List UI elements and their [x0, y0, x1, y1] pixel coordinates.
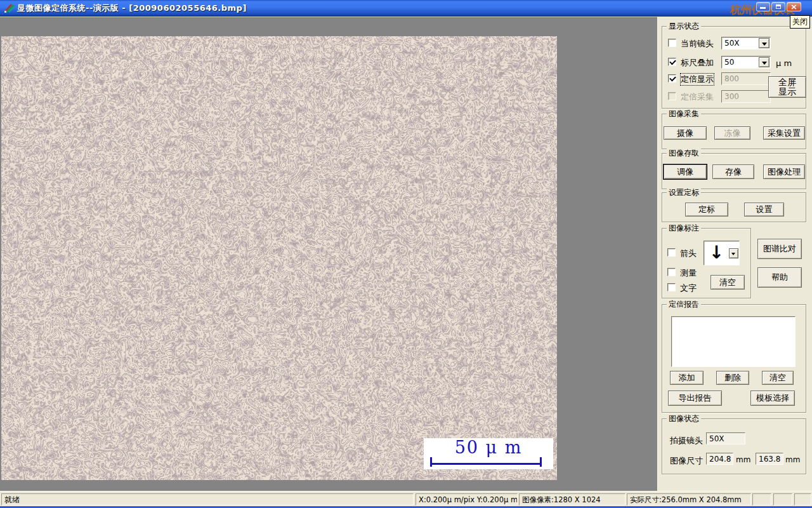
label-micron-unit: μ m [776, 58, 792, 68]
close-tooltip: 关闭 [790, 15, 810, 29]
group-report-title: 定倍报告 [667, 300, 701, 309]
group-capture-title: 图像采集 [667, 109, 701, 118]
client-area: 50 μ m [0, 17, 657, 491]
fullscreen-button-line1: 全屏 [778, 77, 796, 87]
combo-ruler-size-value: 50 [724, 58, 734, 67]
minimize-button[interactable] [756, 2, 770, 11]
field-shooting-lens: 50X [706, 432, 745, 444]
input-fixed-capture: 300 [721, 90, 771, 103]
checkbox-ruler-overlay[interactable] [668, 58, 676, 66]
scale-bar: 50 μ m [424, 438, 553, 469]
save-image-button[interactable]: 存像 [712, 164, 754, 179]
label-current-lens: 当前镜头 [681, 38, 714, 50]
group-calibration-title: 设置定标 [667, 188, 701, 197]
clear-annotation-button[interactable]: 清空 [710, 275, 745, 290]
status-actual-size: 实际尺寸:256.0mm X 204.8mm [627, 493, 751, 505]
template-select-button[interactable]: 模板选择 [750, 391, 795, 406]
scale-bar-line [430, 457, 542, 467]
fullscreen-button[interactable]: 全屏 显示 [768, 76, 806, 98]
side-panel: 显示状态 当前镜头 50X 标尺叠加 50 μ m 定倍显示 800 定倍采集 … [657, 17, 812, 491]
label-measure: 测量 [680, 267, 697, 279]
app-window: 显微图像定倍系统--演示版 - [20090602055646.bmp] 杭州仪… [0, 0, 812, 508]
chevron-down-icon[interactable] [759, 38, 769, 48]
close-icon: × [787, 3, 801, 11]
label-fixed-display: 定倍显示 [681, 74, 714, 85]
label-text: 文字 [680, 283, 697, 294]
report-clear-button[interactable]: 清空 [762, 371, 794, 385]
group-image-status-title: 图像状态 [667, 414, 701, 423]
label-ruler-overlay: 标尺叠加 [681, 57, 714, 69]
freeze-button: 冻像 [714, 126, 750, 140]
checkbox-arrow[interactable] [667, 248, 676, 257]
image-process-button[interactable]: 图像处理 [763, 164, 805, 179]
checkbox-text[interactable] [667, 283, 676, 291]
label-mm-unit: mm [736, 455, 750, 464]
chevron-down-icon[interactable] [759, 57, 769, 67]
title-bar[interactable]: 显微图像定倍系统--演示版 - [20090602055646.bmp] 杭州仪… [0, 0, 812, 17]
group-annotation-title: 图像标注 [667, 224, 701, 232]
arrow-style-combo[interactable]: ↓ [704, 241, 740, 265]
label-image-size: 图像尺寸 [670, 455, 703, 467]
group-storage-title: 图像存取 [667, 149, 701, 157]
capture-settings-button[interactable]: 采集设置 [763, 126, 805, 140]
status-empty-segment [752, 493, 771, 505]
restore-button[interactable] [771, 2, 785, 11]
app-icon [4, 3, 15, 13]
restore-icon [776, 4, 781, 9]
load-image-button[interactable]: 调像 [664, 164, 707, 179]
checkbox-measure[interactable] [667, 268, 676, 276]
report-delete-button[interactable]: 删除 [716, 371, 749, 385]
checkbox-current-lens[interactable] [668, 39, 676, 47]
checkbox-fixed-capture [668, 92, 676, 100]
field-image-width: 204.8 [706, 453, 733, 465]
status-image-pixels: 图像像素:1280 X 1024 [519, 493, 625, 505]
fullscreen-button-line2: 显示 [778, 87, 796, 97]
label-mm-unit: mm [785, 455, 800, 464]
status-empty-segment [773, 493, 792, 505]
report-add-button[interactable]: 添加 [670, 371, 704, 385]
setup-button[interactable]: 设置 [744, 203, 784, 217]
help-button[interactable]: 帮助 [757, 267, 802, 288]
group-display-status-title: 显示状态 [667, 22, 701, 30]
field-image-height: 163.8 [756, 453, 783, 465]
micrograph-texture [1, 36, 557, 480]
micrograph-canvas[interactable]: 50 μ m [1, 36, 557, 480]
label-arrow: 箭头 [680, 248, 697, 259]
combo-current-lens-value: 50X [724, 39, 740, 48]
report-listbox[interactable] [671, 316, 796, 367]
scale-bar-label: 50 μ m [424, 438, 553, 457]
status-ready: 就绪 [1, 493, 414, 505]
export-report-button[interactable]: 导出报告 [668, 391, 722, 406]
status-bar: 就绪 X:0.200μ m/pix Y:0.200μ m/pix 图像像素:12… [0, 491, 812, 506]
checkbox-fixed-display[interactable] [668, 74, 676, 83]
atlas-compare-button[interactable]: 图谱比对 [757, 239, 802, 259]
input-fixed-display: 800 [721, 72, 771, 85]
down-arrow-icon: ↓ [704, 241, 729, 265]
minimize-icon [760, 7, 766, 9]
label-fixed-capture: 定倍采集 [681, 91, 714, 103]
close-button[interactable]: × [787, 2, 801, 11]
status-pixel-scale: X:0.200μ m/pix Y:0.200μ m/pix [416, 493, 518, 505]
calibrate-button[interactable]: 定标 [685, 203, 728, 217]
window-title: 显微图像定倍系统--演示版 - [20090602055646.bmp] [17, 3, 247, 14]
label-shooting-lens: 拍摄镜头 [670, 435, 703, 446]
chevron-down-icon[interactable] [729, 248, 738, 258]
combo-current-lens[interactable]: 50X [721, 37, 771, 50]
group-calibration: 设置定标 [662, 192, 806, 222]
shoot-button[interactable]: 摄像 [664, 126, 707, 140]
status-empty-segment [794, 493, 811, 505]
combo-ruler-size[interactable]: 50 [721, 56, 771, 69]
